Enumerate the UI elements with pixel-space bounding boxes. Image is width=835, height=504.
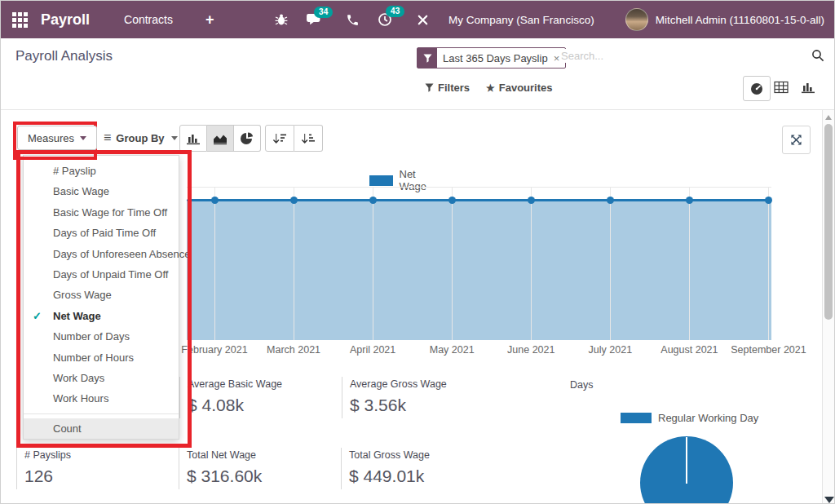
payroll-analysis-page: Payroll Contracts + 34 bbox=[0, 0, 835, 504]
measures-menu-item-label: Basic Wage bbox=[53, 185, 109, 197]
data-point bbox=[607, 197, 614, 204]
apps-grid-icon bbox=[12, 12, 28, 28]
search-icon[interactable] bbox=[811, 49, 824, 65]
stat-label: # Payslips bbox=[24, 449, 170, 461]
v-gridline bbox=[689, 187, 690, 340]
top-navbar: Payroll Contracts + 34 bbox=[1, 1, 834, 38]
facet-label: Last 365 Days Payslip bbox=[437, 52, 554, 64]
measures-menu-item-label: Number of Hours bbox=[53, 351, 134, 364]
search-facet: Last 365 Days Payslip × bbox=[417, 47, 566, 69]
measures-menu-item[interactable]: ✓Net Wage bbox=[24, 306, 179, 326]
measures-menu-item[interactable]: Days of Unforeseen Absence bbox=[24, 244, 179, 264]
expand-arrows-icon bbox=[789, 133, 803, 147]
table-icon bbox=[774, 81, 789, 94]
pie-legend-label: Regular Working Day bbox=[658, 412, 758, 424]
user-menu[interactable]: Mitchell Admin (11160801-15-0-all) bbox=[656, 14, 824, 26]
menu-contracts[interactable]: Contracts bbox=[124, 13, 173, 26]
measures-menu-items: # PayslipBasic WageBasic Wage for Time O… bbox=[24, 161, 179, 409]
measures-menu-item[interactable]: Work Days bbox=[24, 368, 179, 388]
pie-chart-icon bbox=[241, 132, 254, 145]
v-gridline bbox=[610, 187, 611, 340]
apps-menu-button[interactable] bbox=[12, 12, 28, 28]
data-point bbox=[211, 197, 219, 204]
company-switcher[interactable]: My Company (San Francisco) bbox=[448, 14, 594, 26]
area-chart-icon bbox=[213, 132, 228, 145]
measures-menu-item-label: Gross Wage bbox=[53, 289, 112, 301]
v-gridline bbox=[294, 187, 294, 340]
data-point bbox=[290, 197, 298, 204]
hamburger-icon: ≡ bbox=[104, 131, 111, 144]
sort-ascending-button[interactable] bbox=[294, 125, 323, 152]
page-title: Payroll Analysis bbox=[15, 48, 113, 64]
user-avatar[interactable] bbox=[625, 8, 648, 31]
scrollbar-down-arrow[interactable] bbox=[824, 497, 834, 503]
data-point bbox=[448, 197, 456, 204]
stat-value: $ 4.08k bbox=[188, 396, 333, 415]
measures-menu-item-label: # Payslip bbox=[53, 165, 96, 177]
calls-button[interactable] bbox=[346, 13, 360, 27]
pie-chart-type-button[interactable] bbox=[234, 125, 261, 152]
measures-menu-item[interactable]: Number of Hours bbox=[24, 347, 179, 368]
sort-descending-button[interactable] bbox=[265, 125, 294, 152]
stat-card: # Payslips126 bbox=[16, 448, 170, 489]
measures-menu-item[interactable]: Number of Days bbox=[24, 326, 179, 347]
stat-label: Average Basic Wage bbox=[188, 378, 333, 390]
caret-down-icon bbox=[80, 136, 86, 140]
data-point bbox=[686, 197, 693, 204]
measures-menu-item-label: Number of Days bbox=[53, 330, 130, 343]
measures-menu-item[interactable]: Days of Paid Time Off bbox=[24, 223, 179, 243]
scrollbar-up-arrow[interactable] bbox=[825, 115, 832, 120]
stat-value: $ 3.56k bbox=[350, 396, 495, 415]
star-icon: ★ bbox=[486, 82, 495, 94]
measures-menu-item[interactable]: Gross Wage bbox=[24, 285, 179, 305]
data-point bbox=[369, 197, 377, 204]
bar-chart-icon bbox=[186, 132, 201, 145]
menu-separator bbox=[24, 413, 179, 414]
x-axis-label: September 2021 bbox=[715, 344, 821, 356]
sort-descending-icon bbox=[272, 132, 287, 145]
measures-menu-item[interactable]: Work Hours bbox=[24, 388, 179, 409]
activities-button[interactable]: 43 bbox=[378, 12, 392, 27]
bar-chart-type-button[interactable] bbox=[179, 125, 207, 152]
stat-value: $ 316.60k bbox=[187, 466, 332, 486]
chart-type-group bbox=[179, 125, 261, 152]
measures-menu: # PayslipBasic WageBasic Wage for Time O… bbox=[23, 155, 179, 440]
data-point bbox=[528, 197, 535, 204]
sort-ascending-icon bbox=[301, 132, 316, 145]
measures-menu-item[interactable]: Days of Unpaid Time Off bbox=[24, 264, 179, 285]
measures-menu-item[interactable]: Basic Wage bbox=[24, 181, 179, 201]
stat-card: Total Net Wage$ 316.60k bbox=[179, 448, 332, 489]
graph-view-button[interactable] bbox=[801, 81, 815, 97]
area-chart-type-button[interactable] bbox=[207, 125, 234, 152]
search-input[interactable] bbox=[559, 49, 791, 63]
topbar-right: 34 43 My Compan bbox=[257, 8, 834, 31]
stat-value: 126 bbox=[24, 466, 170, 486]
area-fill bbox=[187, 201, 771, 340]
pivot-view-button[interactable] bbox=[774, 81, 789, 97]
developer-tools-button[interactable] bbox=[417, 14, 429, 26]
new-record-button[interactable]: + bbox=[205, 11, 214, 29]
caret-down-icon bbox=[171, 136, 178, 140]
measures-menu-item-label: Net Wage bbox=[53, 310, 101, 322]
messages-button[interactable]: 34 bbox=[306, 13, 321, 27]
activities-count-badge: 43 bbox=[386, 6, 404, 17]
filters-button[interactable]: Filters bbox=[425, 82, 470, 94]
favourites-button[interactable]: ★ Favourites bbox=[486, 82, 553, 94]
debug-bug-button[interactable] bbox=[275, 13, 288, 26]
dashboard-view-button[interactable] bbox=[743, 76, 771, 101]
facet-filter-icon bbox=[418, 48, 437, 68]
app-name[interactable]: Payroll bbox=[41, 11, 90, 29]
stat-label: Average Gross Wage bbox=[350, 378, 495, 390]
stat-value: $ 449.01k bbox=[349, 466, 494, 486]
measures-menu-item-label: Work Hours bbox=[53, 392, 108, 405]
group-by-button[interactable]: ≡ Group By bbox=[104, 126, 178, 150]
scrollbar-thumb[interactable] bbox=[824, 124, 833, 320]
measures-button[interactable]: Measures bbox=[17, 126, 97, 150]
measures-menu-count-item[interactable]: Count bbox=[24, 418, 179, 439]
measures-menu-item[interactable]: # Payslip bbox=[24, 161, 179, 181]
expand-fullscreen-button[interactable] bbox=[782, 126, 811, 154]
measures-menu-item[interactable]: Basic Wage for Time Off bbox=[24, 202, 179, 223]
stat-card: Average Basic Wage$ 4.08k bbox=[179, 377, 333, 418]
pie-legend: Regular Working Day bbox=[621, 412, 758, 424]
series-line bbox=[187, 199, 771, 201]
